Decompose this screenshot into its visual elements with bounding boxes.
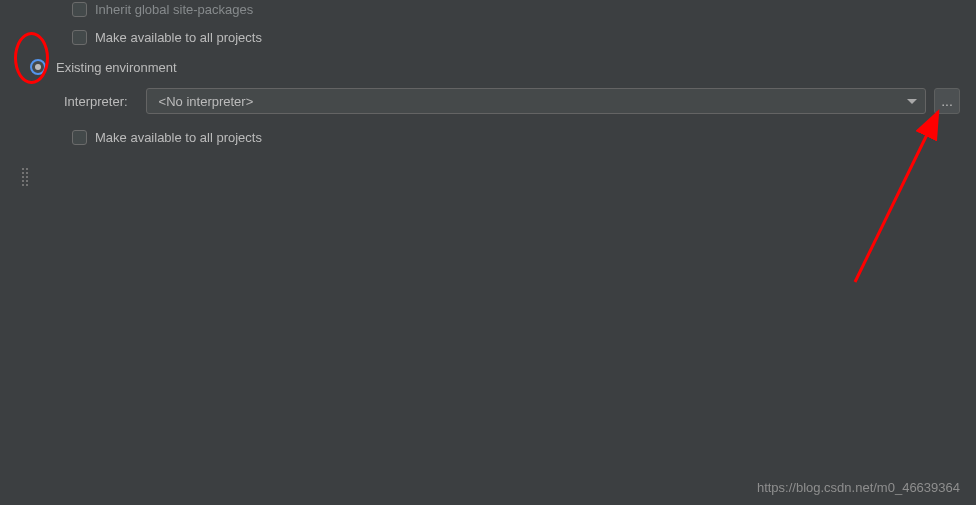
interpreter-dropdown[interactable]: <No interpreter> — [146, 88, 926, 114]
drag-handle-icon[interactable] — [22, 168, 28, 186]
make-available-1-label: Make available to all projects — [95, 30, 262, 45]
existing-env-row[interactable]: Existing environment — [0, 54, 976, 80]
chevron-down-icon — [907, 99, 917, 104]
interpreter-label: Interpreter: — [64, 94, 128, 109]
watermark-text: https://blog.csdn.net/m0_46639364 — [757, 480, 960, 495]
make-available-2-label: Make available to all projects — [95, 130, 262, 145]
radio-dot-icon — [35, 64, 41, 70]
make-available-1-row: Make available to all projects — [0, 24, 976, 50]
existing-env-label: Existing environment — [56, 60, 177, 75]
interpreter-value: <No interpreter> — [159, 94, 254, 109]
inherit-global-row: Inherit global site-packages — [0, 0, 976, 22]
inherit-global-label: Inherit global site-packages — [95, 2, 253, 17]
ellipsis-icon: ... — [941, 98, 953, 104]
make-available-2-row: Make available to all projects — [0, 124, 976, 150]
existing-env-radio[interactable] — [30, 59, 46, 75]
browse-button[interactable]: ... — [934, 88, 960, 114]
make-available-1-checkbox[interactable] — [72, 30, 87, 45]
inherit-global-checkbox[interactable] — [72, 2, 87, 17]
interpreter-row: Interpreter: <No interpreter> ... — [0, 88, 976, 114]
make-available-2-checkbox[interactable] — [72, 130, 87, 145]
